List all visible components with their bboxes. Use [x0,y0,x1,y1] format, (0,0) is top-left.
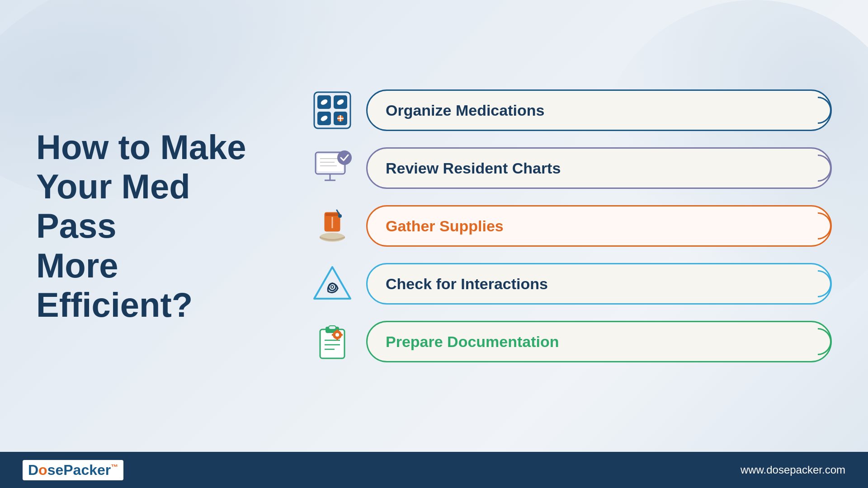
step-row-1: Organize Medications [307,85,832,135]
step-box-3: Gather Supplies [366,205,832,247]
svg-rect-20 [326,213,339,216]
step-arrow-1 [818,97,831,124]
step-icon-1 [307,85,357,135]
chart-monitor-icon [312,148,353,188]
svg-point-24 [338,214,342,218]
pill-organizer-icon [312,90,353,131]
svg-rect-31 [329,326,336,329]
footer: DosePacker™ www.dosepacker.com [0,452,868,488]
step-icon-2 [307,143,357,193]
main-heading: How to Make Your Med Pass More Efficient… [36,127,253,325]
main-content: How to Make Your Med Pass More Efficient… [0,0,868,452]
step-box-1: Organize Medications [366,89,832,131]
footer-url: www.dosepacker.com [741,464,845,476]
svg-point-36 [335,333,339,337]
left-panel: How to Make Your Med Pass More Efficient… [0,100,289,352]
svg-rect-38 [336,338,338,340]
logo-text: DosePacker™ [28,462,118,479]
supplies-cup-icon [312,206,353,246]
svg-rect-39 [332,334,334,336]
svg-point-18 [337,150,352,165]
svg-rect-37 [336,329,338,332]
biohazard-icon [312,263,353,304]
step-box-4: Check for Interactions [366,263,832,305]
step-row-5: Prepare Documentation [307,317,832,366]
document-icon [312,321,353,362]
svg-point-28 [331,286,333,288]
step-arrow-5 [818,328,831,355]
svg-rect-40 [340,334,343,336]
step-arrow-3 [818,212,831,239]
step-arrow-4 [818,270,831,297]
step-icon-4 [307,259,357,309]
step-arrow-2 [818,155,831,182]
step-icon-5 [307,317,357,366]
step-box-2: Review Resident Charts [366,147,832,189]
step-row-3: Gather Supplies [307,201,832,251]
step-box-5: Prepare Documentation [366,321,832,363]
footer-logo: DosePacker™ [23,460,123,480]
right-panel: Organize Medications [289,67,868,385]
step-row-2: Review Resident Charts [307,143,832,193]
step-icon-3 [307,201,357,251]
step-row-4: Check for Interactions [307,259,832,309]
